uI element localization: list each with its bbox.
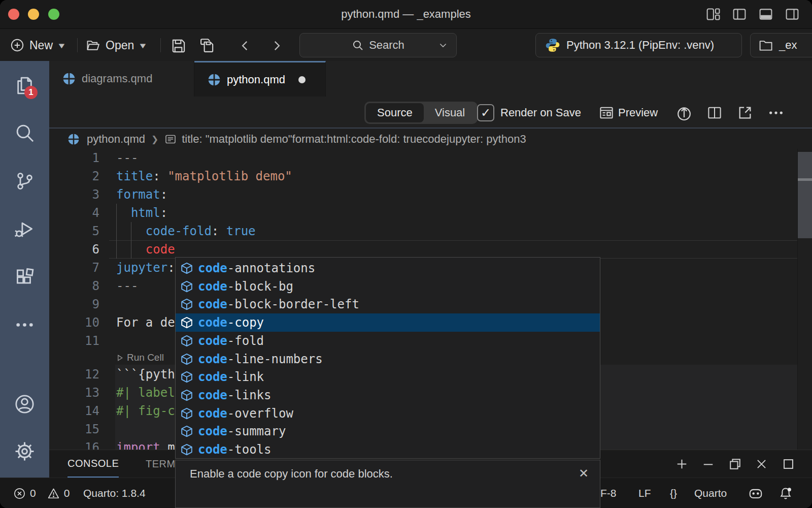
suggestion-item[interactable]: code-block-bg [176,277,600,296]
suggestion-item[interactable]: code-link [176,368,600,386]
code-line[interactable]: 4 html: [49,204,812,222]
eol-status[interactable]: LF [638,478,651,508]
go-forward-icon[interactable] [270,39,283,52]
quarto-version-status[interactable]: Quarto: 1.8.4 [83,478,146,508]
explorer-badge: 1 [24,86,38,99]
quarto-file-icon [208,73,221,86]
new-console-icon[interactable] [675,457,689,471]
go-back-icon[interactable] [239,39,252,52]
suggestion-item[interactable]: code-block-border-left [176,295,600,313]
suggestion-item[interactable]: code-fold [176,332,600,350]
suggestion-kind-icon [180,424,194,438]
language-mode-status[interactable]: Quarto [694,478,727,508]
toggle-secondary-sidebar-icon[interactable] [785,7,800,21]
unsaved-dot-icon[interactable] [298,76,306,83]
project-button[interactable]: _ex [750,33,812,57]
run-cell-lens[interactable]: Run Cell [116,350,164,365]
line-number: 8 [49,277,99,295]
divider [77,38,78,52]
line-number: 14 [49,402,99,420]
extensions-icon[interactable] [14,267,35,288]
tab-diagrams[interactable]: diagrams.qmd [49,61,194,97]
render-on-save-checkbox[interactable]: ✓ [477,104,494,121]
problems-status[interactable]: 0 0 [13,478,70,508]
code-line[interactable]: 1--- [49,149,812,167]
source-control-icon[interactable] [14,171,35,192]
suggestion-item[interactable]: code-summary [176,422,600,440]
breadcrumb-file[interactable]: python.qmd [87,133,145,146]
open-button[interactable]: Open▼ [85,29,147,61]
preview-label[interactable]: Preview [618,97,658,129]
code-line[interactable]: 6 code [49,240,812,259]
restore-panel-icon[interactable] [728,457,742,471]
suggestion-kind-icon [180,279,194,294]
suggestion-kind-icon [180,261,194,275]
play-icon [116,354,124,362]
new-label: New [29,39,53,52]
toggle-primary-sidebar-icon[interactable] [732,7,747,21]
line-number: 3 [49,185,99,204]
tab-bar: diagrams.qmd python.qmd [49,61,812,97]
source-mode-button[interactable]: Source [366,103,424,122]
suggestion-item[interactable]: code-tools [176,440,600,459]
suggestion-item[interactable]: code-overflow [176,404,600,423]
copilot-icon[interactable] [748,478,763,508]
save-icon[interactable] [171,38,186,53]
scrollbar-cursor-mark [798,178,812,181]
tab-console[interactable]: CONSOLE [67,450,119,478]
preview-icon[interactable] [599,105,614,120]
close-icon[interactable]: ✕ [579,466,589,481]
scrollbar-track-edge [797,149,798,450]
save-all-icon[interactable] [199,38,215,53]
search-input[interactable]: Search [299,33,457,57]
account-icon[interactable] [14,394,35,415]
warning-count: 0 [64,487,70,499]
suggestion-kind-icon [180,370,194,384]
suggestion-item[interactable]: code-line-numbers [176,350,600,368]
more-actions-icon[interactable] [768,109,784,117]
breadcrumb-section[interactable]: title: "matplotlib demo"format:html:code… [182,133,526,146]
line-number: 2 [49,167,99,185]
window-title: python.qmd — _examples [0,0,812,28]
suggestion-item[interactable]: code-links [176,386,600,404]
run-debug-icon[interactable] [14,218,35,239]
python-interpreter-button[interactable]: Python 3.12.1 (PipEnv: .venv) [535,33,742,57]
chevron-down-icon[interactable] [438,40,448,50]
suggestion-item[interactable]: code-annotations [176,259,600,277]
line-number: 4 [49,204,99,222]
section-icon [164,133,177,145]
error-count: 0 [30,487,36,499]
scrollbar-thumb[interactable] [798,152,812,238]
close-panel-icon[interactable] [755,457,768,471]
more-actions-icon[interactable] [14,314,35,335]
maximize-panel-icon[interactable] [782,457,795,471]
notifications-bell-icon[interactable] [779,478,793,508]
language-braces-status[interactable]: {} [670,478,677,508]
visual-mode-button[interactable]: Visual [424,103,477,122]
code-line[interactable]: 3format: [49,185,812,204]
titlebar: python.qmd — _examples [0,0,812,28]
open-external-icon[interactable] [737,105,753,120]
code-line[interactable]: 5 code-fold: true [49,222,812,240]
search-sidebar-icon[interactable] [14,122,35,143]
settings-gear-icon[interactable] [14,441,35,462]
customize-layout-icon[interactable] [705,7,721,21]
suggestion-kind-icon [180,352,194,366]
vscode-window: python.qmd — _examples New▼ Open▼ Search [0,0,812,508]
chevron-down-icon: ▼ [138,41,148,50]
tab-label: python.qmd [227,73,285,86]
toggle-panel-icon[interactable] [758,7,773,21]
line-number: 9 [49,295,99,313]
split-editor-icon[interactable] [707,105,722,120]
new-button[interactable]: New▼ [10,29,65,61]
code-line[interactable]: 2title: "matplotlib demo" [49,167,812,185]
line-number: 7 [49,259,99,277]
suggestion-kind-icon [180,388,194,402]
minimize-panel-icon[interactable] [701,457,715,471]
suggestion-item[interactable]: code-copy [176,313,600,332]
folder-open-icon [85,38,100,52]
project-label: _ex [779,39,797,52]
render-on-save-label: Render on Save [500,97,581,129]
tab-python[interactable]: python.qmd [194,61,326,97]
render-document-icon[interactable] [676,105,692,121]
